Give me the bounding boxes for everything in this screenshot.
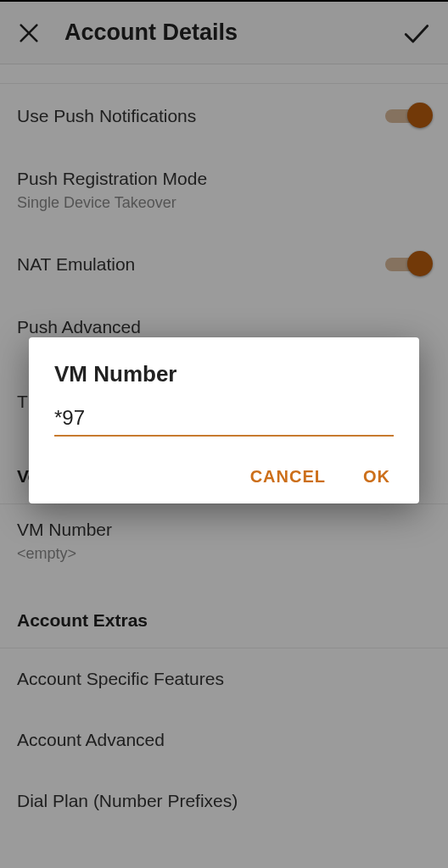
vm-number-input[interactable] <box>54 406 394 430</box>
vm-number-dialog: VM Number CANCEL OK <box>29 337 419 504</box>
dialog-actions: CANCEL OK <box>54 467 394 487</box>
cancel-button[interactable]: CANCEL <box>250 467 326 487</box>
dialog-input-wrap <box>54 406 394 437</box>
dialog-title: VM Number <box>54 361 394 387</box>
ok-button[interactable]: OK <box>363 467 390 487</box>
